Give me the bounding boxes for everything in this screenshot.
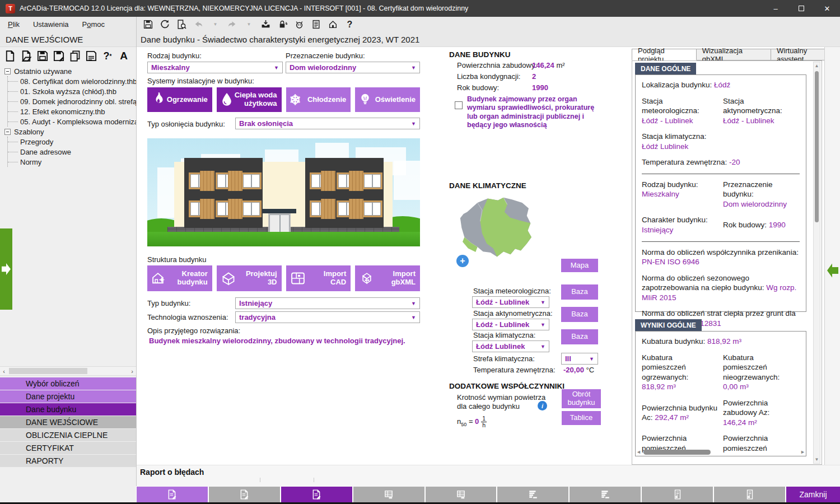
scroll-right-icon[interactable]: ›	[128, 368, 136, 375]
tree-group-templates[interactable]: Szablony	[0, 127, 136, 137]
nav-dane-projektu[interactable]: Dane projektu	[0, 390, 136, 403]
undo-dropdown-icon[interactable]: ▼	[209, 18, 221, 30]
energy-label-button-1[interactable]	[497, 487, 568, 502]
poland-climate-map[interactable]	[454, 192, 543, 266]
menu-pomoc[interactable]: Pomoc	[82, 20, 105, 29]
assistant-icon[interactable]	[293, 18, 305, 30]
strefa-select[interactable]: III▼	[561, 353, 598, 365]
chlodzenie-button[interactable]: ❄ Chłodzenie	[286, 87, 351, 112]
typ-budynku-select[interactable]: Istniejący▼	[235, 297, 420, 309]
cwu-button[interactable]: Ciepła woda użytkowa	[217, 87, 282, 112]
projektuj-3d-button[interactable]: Projektuj 3D	[217, 265, 282, 291]
maximize-button[interactable]	[788, 0, 814, 17]
organ-checkbox[interactable]	[455, 101, 463, 109]
minimize-button[interactable]: –	[763, 0, 788, 17]
obrot-budynku-button[interactable]: Obrót budynku	[562, 389, 601, 408]
tree-item[interactable]: 12. Efekt ekonomiczny.thb	[8, 106, 136, 116]
font-icon[interactable]: A	[117, 49, 130, 63]
ogrzewanie-button[interactable]: Ogrzewanie	[147, 87, 212, 112]
import-cad-button[interactable]: Import CAD	[286, 265, 351, 291]
nav-raporty[interactable]: RAPORTY	[0, 455, 136, 467]
redo-dropdown-icon[interactable]: ▼	[243, 18, 255, 30]
panel-vscrollbar[interactable]: ▲ ▼	[813, 62, 820, 464]
save-template-icon[interactable]	[85, 49, 98, 63]
certificate-button-1[interactable]	[642, 487, 713, 502]
lock-icon[interactable]	[277, 18, 288, 30]
scroll-up-icon[interactable]: ▲	[814, 63, 820, 68]
rodzaj-budynku-select[interactable]: Mieszkalny▼	[147, 62, 283, 73]
przeznaczenie-select[interactable]: Dom wielorodzinny▼	[286, 62, 420, 73]
collapse-icon[interactable]	[4, 68, 11, 74]
nav-dane-wejsciowe[interactable]: DANE WEJŚCIOWE	[0, 416, 136, 428]
nav-obliczenia-cieplne[interactable]: OBLICZENIA CIEPLNE	[0, 429, 136, 441]
import-gbxml-button[interactable]: Import gbXML	[355, 265, 420, 291]
tree-group-recent[interactable]: Ostatnio używane	[0, 66, 136, 76]
undo-icon[interactable]	[193, 18, 204, 30]
scroll-left-icon[interactable]: ‹	[0, 368, 8, 375]
help-icon[interactable]: ?	[344, 18, 356, 30]
baza-klimat-button[interactable]: Baza	[561, 329, 598, 344]
report-doc-button-1[interactable]	[137, 487, 208, 502]
wyniki-hscrollbar[interactable]: ◄ ►	[636, 448, 805, 456]
report-list-icon[interactable]	[310, 18, 322, 30]
oslona-select[interactable]: Brak osłonięcia▼	[235, 118, 420, 129]
info-icon[interactable]: i	[538, 401, 547, 410]
copy-doc-icon[interactable]	[68, 49, 82, 63]
save-icon[interactable]	[142, 18, 154, 30]
report-doc-button-2[interactable]	[209, 487, 280, 502]
collapse-panel-arrow[interactable]	[827, 262, 838, 279]
preview-search-icon[interactable]	[176, 18, 188, 30]
kubatura-nieogrz-cell: Kubatura pomieszczeń nieogrzewanych:0,00…	[723, 353, 800, 392]
menu-ustawienia[interactable]: Ustawienia	[33, 20, 69, 29]
table-button-1[interactable]	[353, 487, 424, 502]
energy-label-button-2[interactable]	[570, 487, 641, 502]
sidebar-hscrollbar[interactable]: ‹ ›	[0, 366, 136, 376]
expand-panel-tab[interactable]	[0, 228, 12, 310]
scroll-down-icon[interactable]: ▼	[814, 457, 820, 462]
collapse-icon[interactable]	[4, 129, 11, 135]
kreator-budynku-button[interactable]: Kreator budynku	[147, 265, 212, 291]
scroll-thumb[interactable]	[643, 450, 711, 455]
tree-item[interactable]: Normy	[8, 157, 136, 167]
new-file-icon[interactable]	[3, 49, 17, 63]
baza-aktyno-button[interactable]: Baza	[561, 307, 598, 322]
scroll-thumb[interactable]	[9, 368, 87, 374]
technologia-select[interactable]: tradycyjna▼	[235, 311, 420, 323]
tree-item[interactable]: 08. Certyfikat dom wielorodzinny.thb	[8, 76, 136, 86]
certificate-button-2[interactable]	[714, 487, 785, 502]
tablice-button[interactable]: Tablice	[562, 411, 601, 425]
oswietlenie-button[interactable]: Oświetlenie	[355, 87, 420, 112]
close-button[interactable]: ✕	[814, 0, 840, 17]
stacja-aktyno-select[interactable]: Łódź - Lublinek▼	[472, 319, 549, 330]
help-wizard-icon[interactable]: ?*	[101, 49, 114, 63]
table-button-2[interactable]	[426, 487, 497, 502]
refresh-icon[interactable]	[159, 18, 171, 30]
menu-plik[interactable]: Plik	[8, 20, 20, 29]
tab-podglad-projektu[interactable]: Podgląd projektu	[632, 49, 697, 60]
save-file-icon[interactable]	[36, 49, 49, 63]
tree-item[interactable]: 09. Domek jednorodzinny obl. strefą.t	[8, 96, 136, 106]
mapa-button[interactable]: Mapa	[561, 259, 598, 272]
baza-meteo-button[interactable]: Baza	[561, 284, 598, 300]
scroll-right-icon[interactable]: ►	[800, 449, 805, 455]
save-as-icon[interactable]	[52, 49, 66, 63]
tree-item[interactable]: 05. Audyt - Kompleksowa modernizac	[8, 116, 136, 127]
home-icon[interactable]	[327, 18, 339, 30]
close-bottom-button[interactable]: Zamknij	[786, 487, 840, 502]
tree-item[interactable]: 01. Szkoła wyższa (chłód).thb	[8, 86, 136, 96]
scroll-left-icon[interactable]: ◄	[636, 449, 641, 455]
scroll-thumb[interactable]	[815, 71, 819, 222]
map-zoom-in-button[interactable]: +	[456, 255, 469, 267]
report-doc-button-3[interactable]	[281, 487, 352, 502]
import-icon[interactable]	[260, 18, 272, 30]
tree-item[interactable]: Przegrody	[8, 137, 136, 147]
tree-item[interactable]: Dane adresowe	[8, 147, 136, 157]
stacja-klimat-select[interactable]: Łódź Lublinek▼	[472, 340, 549, 352]
nav-certyfikat[interactable]: CERTYFIKAT	[0, 442, 136, 454]
stacja-meteo-select[interactable]: Łódź - Lublinek▼	[472, 296, 549, 308]
tab-wizualizacja-gbxml[interactable]: Wizualizacja gbXML	[697, 49, 771, 60]
redo-icon[interactable]	[226, 18, 238, 30]
nav-dane-budynku[interactable]: Dane budynku	[0, 403, 136, 416]
nav-wybor-obliczen[interactable]: Wybór obliczeń	[0, 377, 136, 390]
open-file-icon[interactable]	[20, 49, 33, 63]
